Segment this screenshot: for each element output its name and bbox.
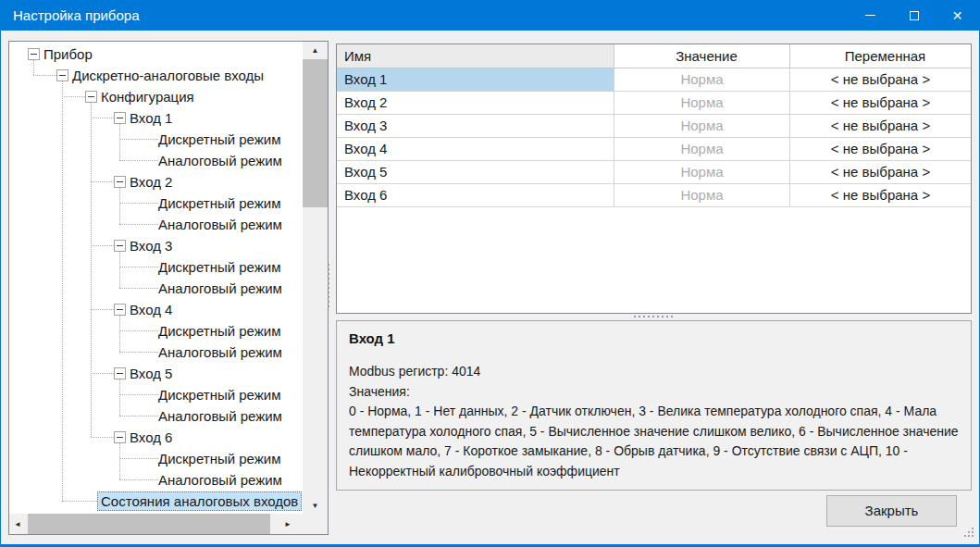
tree-item[interactable]: Аналоговый режим [11,214,302,235]
tree-item[interactable]: Дискретный режим [11,384,302,405]
tree-item[interactable]: Прибор [11,44,302,65]
tree-item-label[interactable]: Аналоговый режим [158,406,282,426]
tree-collapse-icon[interactable] [28,48,40,60]
cell-value[interactable]: Норма [614,161,790,184]
tree-collapse-icon[interactable] [114,240,126,252]
scroll-right-icon: ► [284,520,292,528]
tree-item[interactable]: Вход 1 [11,107,302,129]
cell-value[interactable]: Норма [614,92,790,115]
tree-item[interactable]: Вход 3 [11,235,302,256]
tree-connector-line [62,96,85,97]
cell-value[interactable]: Норма [614,68,790,92]
cell-value[interactable]: Норма [614,138,790,161]
cell-value[interactable]: Норма [614,115,790,138]
tree-item-label[interactable]: Дискретный режим [158,257,281,277]
tree-item-label[interactable]: Конфигурация [101,87,194,106]
maximize-button[interactable] [892,0,936,31]
cell-name[interactable]: Вход 4 [337,138,614,161]
horizontal-splitter-grip[interactable] [336,314,972,319]
tree-connector-line [62,81,63,501]
tree-item[interactable]: Вход 2 [11,171,302,193]
tree-item-label[interactable]: Вход 5 [130,364,172,383]
tree-item[interactable]: Аналоговый режим [11,278,302,299]
tree-item-label[interactable]: Аналоговый режим [158,151,282,170]
tree-collapse-icon[interactable] [114,367,126,379]
cell-variable[interactable]: < не выбрана > [790,161,971,184]
tree-item-label[interactable]: Дискретный режим [158,130,281,149]
tree-item-label[interactable]: Аналоговый режим [158,342,282,362]
tree-collapse-icon[interactable] [85,91,97,103]
scroll-left-button[interactable]: ◄ [9,514,26,534]
tree-item-label[interactable]: Аналоговый режим [158,470,282,490]
tree-item[interactable]: Аналоговый режим [11,469,302,491]
titlebar[interactable]: Настройка прибора ✕ [1,0,979,31]
cell-name[interactable]: Вход 3 [337,115,614,138]
tree-collapse-icon[interactable] [114,431,126,443]
cell-variable[interactable]: < не выбрана > [790,138,971,161]
grid-header-cell[interactable]: Имя [337,44,614,68]
cell-value[interactable]: Норма [614,184,790,207]
tree-collapse-icon[interactable] [114,112,126,124]
minimize-button[interactable] [849,0,892,31]
tree-item[interactable]: Аналоговый режим [11,405,302,427]
horizontal-scrollbar-thumb[interactable] [28,514,270,534]
vertical-splitter-grip[interactable] [328,264,329,308]
scroll-up-button[interactable]: ▲ [303,42,328,58]
tree-item[interactable]: Дискретный режим [11,256,302,278]
cell-name[interactable]: Вход 6 [337,184,614,207]
tree-item-label[interactable]: Дискретно-аналоговые входы [72,66,264,85]
tree-vertical-scrollbar[interactable]: ▲ ▼ [303,42,328,514]
tree-item-label[interactable]: Дискретный режим [158,321,281,341]
tree-connector-line [119,394,158,395]
tree-item[interactable]: Дискретный режим [11,448,302,469]
tree-item[interactable]: Вход 4 [11,299,302,320]
tree-item-label[interactable]: Вход 1 [130,108,172,128]
tree-item[interactable]: Дискретно-аналоговые входы [11,65,302,86]
tree-connector-line [119,224,158,225]
resize-grip-icon[interactable] [964,528,975,539]
cell-variable[interactable]: < не выбрана > [790,68,971,92]
grid-header-cell[interactable]: Переменная [790,44,971,68]
cell-name[interactable]: Вход 1 [337,68,614,92]
tree-item-label[interactable]: Состояния аналоговых входов [97,491,302,511]
tree-item-label[interactable]: Дискретный режим [158,449,281,468]
tree-item[interactable]: Состояния аналоговых входов [11,491,302,512]
tree-item-label[interactable]: Вход 6 [130,428,172,447]
grid-header-cell[interactable]: Значение [614,44,790,68]
tree-item[interactable]: Аналоговый режим [11,342,302,363]
cell-name[interactable]: Вход 2 [337,92,614,115]
tree-item-label[interactable]: Аналоговый режим [158,215,282,234]
cell-variable[interactable]: < не выбрана > [790,115,971,138]
window-controls: ✕ [849,0,979,31]
tree-collapse-icon[interactable] [114,304,126,316]
scroll-down-button[interactable]: ▼ [303,497,328,514]
tree-item-label[interactable]: Дискретный режим [158,385,281,404]
tree-connector-line [119,203,158,204]
tree-connector-line [119,458,158,459]
tree-item-label[interactable]: Дискретный режим [158,193,281,213]
tree-item-label[interactable]: Прибор [43,44,93,64]
scroll-right-button[interactable]: ► [279,514,296,534]
tree-item[interactable]: Конфигурация [11,86,302,107]
cell-variable[interactable]: < не выбрана > [790,184,971,207]
tree-item-label[interactable]: Вход 2 [130,172,172,192]
tree-item-label[interactable]: Аналоговый режим [158,279,282,298]
tree-item[interactable]: Вход 5 [11,363,302,384]
tree-item[interactable]: Вход 6 [11,427,302,448]
tree-connector-line [119,352,158,353]
tree-item-label[interactable]: Вход 3 [130,236,172,255]
tree-item[interactable]: Дискретный режим [11,129,302,150]
tree-item[interactable]: Аналоговый режим [11,150,302,171]
tree-horizontal-scrollbar[interactable]: ◄ ► [9,514,328,534]
tree-item[interactable]: Дискретный режим [11,320,302,342]
tree-collapse-icon[interactable] [114,176,126,188]
tree-item[interactable]: Дискретный режим [11,193,302,214]
tree-item-label[interactable]: Вход 4 [130,300,172,319]
tree-connector-line [91,309,114,310]
tree-collapse-icon[interactable] [56,69,68,81]
cell-name[interactable]: Вход 5 [337,161,614,184]
close-dialog-button[interactable]: Закрыть [826,495,957,527]
cell-variable[interactable]: < не выбрана > [790,92,971,115]
close-window-button[interactable]: ✕ [936,0,979,31]
vertical-scrollbar-thumb[interactable] [303,59,328,207]
